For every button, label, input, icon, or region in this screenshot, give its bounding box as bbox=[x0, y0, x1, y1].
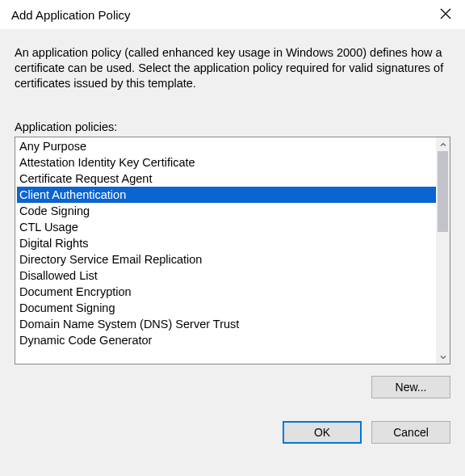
list-item[interactable]: Certificate Request Agent bbox=[17, 171, 436, 187]
listbox-items: Any PurposeAttestation Identity Key Cert… bbox=[15, 137, 436, 364]
list-item[interactable]: Disallowed List bbox=[17, 267, 436, 284]
list-item[interactable]: Code Signing bbox=[17, 203, 436, 219]
titlebar: Add Application Policy bbox=[0, 0, 465, 29]
listbox-label: Application policies: bbox=[15, 120, 450, 133]
list-item[interactable]: Digital Rights bbox=[17, 235, 436, 251]
list-item[interactable]: Directory Service Email Replication bbox=[17, 251, 436, 267]
dialog-content: An application policy (called enhanced k… bbox=[0, 29, 465, 476]
close-button[interactable] bbox=[426, 0, 465, 29]
list-item[interactable]: CTL Usage bbox=[17, 219, 436, 235]
application-policies-listbox[interactable]: Any PurposeAttestation Identity Key Cert… bbox=[15, 137, 450, 364]
list-item[interactable]: Document Encryption bbox=[17, 284, 436, 300]
description-text: An application policy (called enhanced k… bbox=[15, 45, 450, 91]
chevron-up-icon bbox=[440, 137, 446, 150]
scrollbar-thumb[interactable] bbox=[438, 151, 448, 232]
close-icon bbox=[440, 8, 451, 22]
list-item[interactable]: Any Purpose bbox=[17, 138, 436, 154]
window-title: Add Application Policy bbox=[11, 8, 131, 22]
scroll-up-button[interactable] bbox=[436, 137, 450, 151]
dialog-button-row: OK Cancel bbox=[15, 421, 450, 444]
list-item[interactable]: Document Signing bbox=[17, 300, 436, 316]
new-button-row: New... bbox=[15, 376, 450, 398]
list-item[interactable]: Domain Name System (DNS) Server Trust bbox=[17, 316, 436, 332]
list-item[interactable]: Dynamic Code Generator bbox=[17, 332, 436, 348]
scrollbar-track[interactable] bbox=[436, 151, 450, 350]
cancel-button[interactable]: Cancel bbox=[371, 421, 450, 444]
list-item[interactable]: Attestation Identity Key Certificate bbox=[17, 154, 436, 171]
vertical-scrollbar[interactable] bbox=[436, 137, 450, 364]
ok-button[interactable]: OK bbox=[283, 421, 362, 444]
scroll-down-button[interactable] bbox=[436, 350, 450, 364]
list-item[interactable]: Client Authentication bbox=[17, 187, 436, 203]
chevron-down-icon bbox=[440, 350, 446, 363]
new-button[interactable]: New... bbox=[371, 376, 450, 398]
